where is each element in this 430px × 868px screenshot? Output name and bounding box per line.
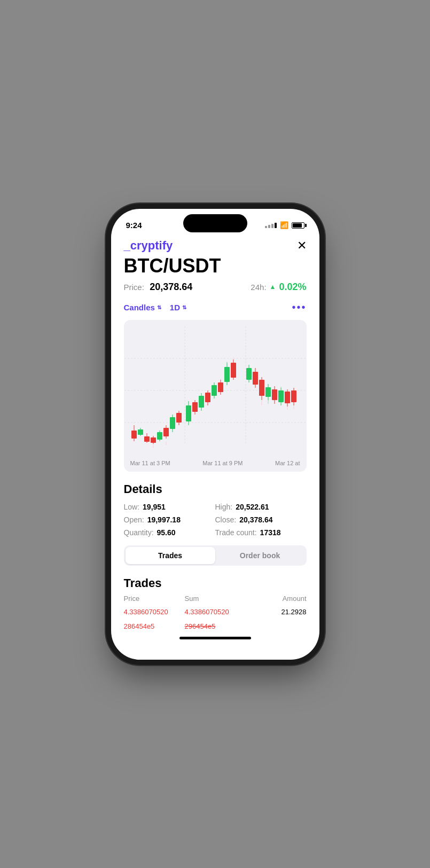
chart-container: Mar 11 at 3 PM Mar 11 at 9 PM Mar 12 at	[124, 320, 307, 472]
price-value: 20,378.64	[150, 281, 192, 292]
change-label: 24h:	[251, 283, 266, 292]
change-value: 0.02%	[279, 281, 306, 293]
interval-selector[interactable]: 1D ⇅	[170, 303, 186, 312]
open-label: Open:	[124, 515, 144, 524]
tab-bar: Trades Order book	[124, 545, 307, 566]
interval-label: 1D	[170, 303, 180, 312]
quantity-label: Quantity:	[124, 528, 154, 537]
svg-rect-55	[278, 390, 284, 402]
phone-frame: 9:24 📶 _cryptify ✕ BTC/USDT Price: 20,37…	[111, 209, 319, 660]
price-section: Price: 20,378.64	[124, 281, 193, 293]
svg-rect-28	[199, 396, 204, 408]
svg-rect-43	[246, 368, 252, 380]
candles-label: Candles	[124, 303, 155, 312]
trade-count-item: Trade count: 17318	[215, 528, 307, 537]
chart-controls: Candles ⇅ 1D ⇅ •••	[124, 301, 307, 314]
change-arrow-icon: ▲	[270, 283, 276, 291]
high-value: 20,522.61	[236, 503, 269, 511]
col-price-label: Price	[124, 595, 185, 603]
status-time: 9:24	[126, 221, 142, 230]
change-section: 24h: ▲ 0.02%	[251, 281, 306, 293]
signal-icon	[265, 223, 277, 228]
svg-rect-50	[265, 387, 271, 397]
svg-rect-22	[176, 413, 182, 423]
open-value: 19,997.18	[147, 515, 181, 524]
chart-label-1: Mar 11 at 3 PM	[130, 460, 170, 466]
dynamic-island	[183, 214, 247, 232]
pair-symbol: BTC/USDT	[124, 255, 307, 277]
interval-chevron-icon: ⇅	[182, 304, 186, 310]
app-header: _cryptify ✕	[124, 239, 307, 253]
trade-count-value: 17318	[260, 528, 281, 537]
trade-amount-1: 21.2928	[246, 608, 307, 616]
chart-label-2: Mar 11 at 9 PM	[202, 460, 243, 466]
svg-rect-32	[212, 385, 217, 396]
svg-rect-12	[151, 437, 156, 443]
svg-rect-10	[144, 436, 150, 442]
quantity-item: Quantity: 95.60	[124, 528, 215, 537]
low-label: Low:	[124, 503, 140, 511]
close-button[interactable]: ✕	[297, 240, 307, 252]
svg-rect-37	[224, 367, 230, 382]
app-logo: _cryptify	[124, 239, 173, 253]
details-section: Details Low: 19,951 High: 20,522.61 Open…	[124, 482, 307, 537]
svg-rect-61	[291, 390, 296, 402]
price-label: Price:	[124, 283, 144, 292]
svg-rect-24	[186, 405, 191, 421]
trades-header: Price Sum Amount	[124, 595, 307, 603]
low-value: 19,951	[143, 503, 166, 511]
svg-rect-58	[285, 392, 290, 403]
details-title: Details	[124, 482, 307, 496]
svg-rect-40	[231, 363, 236, 378]
low-item: Low: 19,951	[124, 503, 215, 511]
chart-controls-left: Candles ⇅ 1D ⇅	[124, 303, 187, 312]
trade-price-2: 286454e5	[124, 622, 185, 630]
close-value: 20,378.64	[239, 515, 272, 524]
details-grid: Low: 19,951 High: 20,522.61 Open: 19,997…	[124, 503, 307, 537]
candlestick-chart	[124, 326, 307, 455]
battery-icon	[292, 222, 304, 229]
col-amount-label: Amount	[246, 595, 307, 603]
svg-rect-6	[131, 431, 137, 439]
trade-count-label: Trade count:	[215, 528, 257, 537]
status-icons: 📶	[265, 221, 304, 229]
trade-price-1: 4.3386070520	[124, 608, 185, 616]
table-row: 286454e5 296454e5	[124, 619, 307, 634]
col-sum-label: Sum	[185, 595, 246, 603]
chart-time-labels: Mar 11 at 3 PM Mar 11 at 9 PM Mar 12 at	[124, 457, 307, 472]
trades-title: Trades	[124, 576, 307, 590]
high-item: High: 20,522.61	[215, 503, 307, 511]
svg-rect-15	[157, 432, 162, 440]
quantity-value: 95.60	[157, 528, 176, 537]
wifi-icon: 📶	[280, 221, 288, 229]
chart-label-3: Mar 12 at	[275, 460, 300, 466]
svg-rect-53	[272, 389, 277, 400]
trades-section: Trades Price Sum Amount 4.3386070520 4.3…	[124, 576, 307, 634]
home-indicator	[179, 637, 251, 639]
price-row: Price: 20,378.64 24h: ▲ 0.02%	[124, 281, 307, 293]
trade-sum-1: 4.3386070520	[185, 608, 246, 616]
trade-sum-2: 296454e5	[185, 622, 246, 630]
candles-chevron-icon: ⇅	[157, 304, 161, 310]
svg-rect-45	[253, 372, 258, 385]
main-content: _cryptify ✕ BTC/USDT Price: 20,378.64 24…	[111, 234, 319, 660]
tab-order-book[interactable]: Order book	[215, 547, 305, 564]
svg-rect-47	[259, 380, 264, 396]
close-item: Close: 20,378.64	[215, 515, 307, 524]
close-label: Close:	[215, 515, 237, 524]
svg-rect-30	[205, 393, 210, 402]
svg-rect-20	[170, 417, 175, 429]
svg-rect-34	[218, 382, 223, 392]
svg-rect-8	[138, 429, 143, 435]
open-item: Open: 19,997.18	[124, 515, 215, 524]
svg-rect-26	[192, 402, 198, 412]
tab-trades[interactable]: Trades	[126, 547, 215, 564]
table-row: 4.3386070520 4.3386070520 21.2928	[124, 605, 307, 619]
svg-rect-17	[163, 428, 169, 436]
high-label: High:	[215, 503, 233, 511]
more-options-button[interactable]: •••	[292, 301, 306, 314]
candles-selector[interactable]: Candles ⇅	[124, 303, 161, 312]
